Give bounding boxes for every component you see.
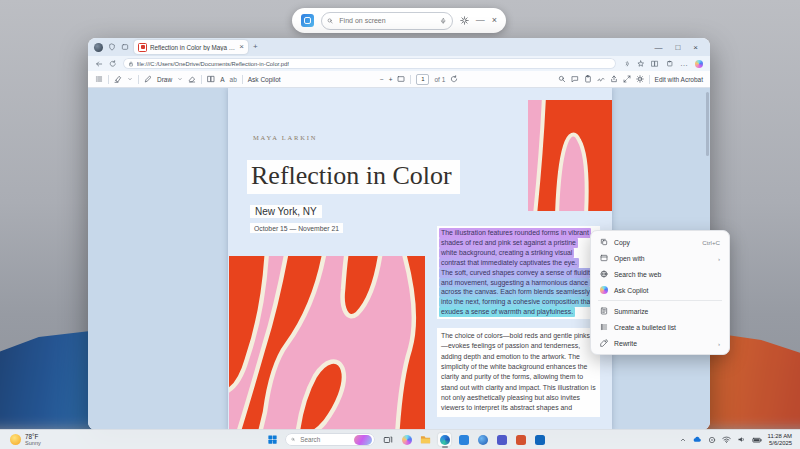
start-button[interactable]	[266, 433, 279, 446]
onedrive-cloud-icon[interactable]	[693, 435, 702, 444]
taskbar-weather-widget[interactable]: 78°F Sunny	[0, 433, 41, 446]
selected-text-line[interactable]: and movement, suggesting a harmonious da…	[439, 278, 590, 288]
taskbar-m365-button[interactable]	[476, 433, 489, 446]
read-aloud-icon[interactable]	[622, 60, 630, 68]
search-document-icon[interactable]	[558, 75, 566, 83]
submenu-chevron-icon: ›	[718, 340, 720, 347]
zoom-out-button[interactable]: −	[380, 76, 384, 83]
window-close-button[interactable]: ×	[693, 43, 698, 52]
comments-icon[interactable]	[571, 75, 579, 83]
search-highlight-image	[354, 435, 372, 445]
split-screen-icon[interactable]	[651, 60, 659, 68]
bulleted-list-icon	[600, 323, 608, 331]
selected-text-line[interactable]: contrast that immediately captivates the…	[439, 258, 579, 268]
taskbar-file-explorer-button[interactable]	[419, 433, 432, 446]
volume-icon[interactable]	[737, 435, 746, 444]
extensions-icon[interactable]	[666, 60, 674, 68]
browser-address-row: file:///C:/Users/OneDrive/Documents/Refl…	[88, 56, 710, 71]
menu-item-summarize[interactable]: Summarize	[594, 303, 726, 319]
table-of-contents-icon[interactable]	[95, 75, 103, 83]
pdf-settings-gear-icon[interactable]	[636, 75, 644, 83]
taskbar-clock[interactable]: 11:28 AM 5/6/2025	[768, 433, 792, 447]
menu-item-copy[interactable]: Copy Ctrl+C	[594, 234, 726, 250]
address-bar[interactable]: file:///C:/Users/OneDrive/Documents/Refl…	[123, 58, 617, 69]
draw-pen-icon[interactable]	[144, 75, 152, 83]
pdf-favicon	[138, 43, 147, 52]
favorites-star-icon[interactable]	[637, 60, 645, 68]
taskbar-search-box[interactable]	[285, 433, 375, 446]
tray-chevron-up-icon[interactable]	[679, 436, 687, 444]
menu-item-ask-copilot[interactable]: Ask Copilot	[594, 282, 726, 298]
chevron-down-icon[interactable]	[177, 76, 183, 82]
sun-icon	[10, 434, 21, 445]
chevron-down-icon[interactable]	[127, 76, 133, 82]
find-on-screen-input[interactable]	[337, 16, 436, 25]
capture-settings-gear-icon[interactable]	[460, 16, 469, 25]
wifi-icon[interactable]	[722, 435, 731, 444]
copilot-icon[interactable]	[695, 60, 703, 68]
eraser-icon[interactable]	[188, 75, 196, 83]
taskbar-edge-button[interactable]	[438, 433, 451, 446]
browser-tab[interactable]: Reflection in Color by Maya Larkin ×	[134, 40, 248, 54]
mic-icon[interactable]	[440, 17, 446, 25]
document-paragraph: The choice of colors—bold reds and gentl…	[437, 328, 600, 416]
selected-text-line[interactable]: white background, creating a striking vi…	[439, 248, 574, 258]
selected-text-line[interactable]: The soft, curved shapes convey a sense o…	[439, 268, 595, 278]
menu-item-rewrite[interactable]: Rewrite ›	[594, 335, 726, 351]
menu-item-create-bulleted-list[interactable]: Create a bulleted list	[594, 319, 726, 335]
selected-paragraph[interactable]: The illustration features rounded forms …	[437, 226, 600, 319]
signature-icon[interactable]	[597, 75, 605, 83]
tray-app-icon[interactable]	[708, 436, 716, 444]
back-icon[interactable]	[95, 60, 103, 68]
selected-text-line[interactable]: shades of red and pink set against a pri…	[439, 238, 578, 248]
find-on-screen-bar[interactable]: — ×	[292, 8, 506, 33]
powerpoint-icon	[516, 435, 526, 445]
expand-icon[interactable]	[623, 75, 631, 83]
menu-item-open-with[interactable]: Open with ›	[594, 250, 726, 266]
find-on-screen-field[interactable]	[321, 12, 453, 30]
selected-text-line[interactable]: across the canvas. Each form blends seam…	[439, 287, 592, 297]
read-aloud-button[interactable]: A	[220, 76, 224, 83]
taskbar-outlook-button[interactable]	[533, 433, 546, 446]
text-selection-tool[interactable]: ab	[230, 76, 237, 83]
m365-icon	[478, 435, 488, 445]
edge-icon	[440, 435, 450, 445]
browser-essentials-icon[interactable]	[108, 43, 116, 51]
capture-minimize-button[interactable]: —	[476, 16, 485, 25]
tab-actions-icon[interactable]	[121, 43, 129, 51]
taskbar-store-button[interactable]	[457, 433, 470, 446]
selected-text-line[interactable]: exudes a sense of warmth and playfulness…	[439, 307, 575, 317]
tab-close-icon[interactable]: ×	[239, 43, 244, 51]
ask-copilot-button[interactable]: Ask Copilot	[248, 76, 281, 83]
selected-text-line[interactable]: The illustration features rounded forms …	[439, 228, 591, 238]
browser-menu-icon[interactable]: …	[680, 62, 688, 65]
zoom-in-button[interactable]: +	[389, 76, 393, 83]
capture-close-button[interactable]: ×	[492, 16, 497, 25]
copy-icon	[600, 238, 608, 246]
save-share-icon[interactable]	[610, 75, 618, 83]
new-tab-button[interactable]: +	[253, 43, 258, 51]
taskbar-search-input[interactable]	[298, 435, 351, 444]
page-view-icon[interactable]	[207, 75, 215, 83]
menu-item-search-the-web[interactable]: Search the web	[594, 266, 726, 282]
rotate-icon[interactable]	[450, 75, 458, 83]
fit-to-page-icon[interactable]	[397, 75, 405, 83]
page-number-input[interactable]: 1	[416, 74, 429, 85]
clipboard-icon[interactable]	[584, 75, 592, 83]
taskbar-teams-button[interactable]	[495, 433, 508, 446]
search-icon	[291, 436, 295, 443]
window-maximize-button[interactable]: □	[675, 43, 680, 52]
window-minimize-button[interactable]: —	[654, 43, 662, 52]
refresh-icon[interactable]	[109, 60, 117, 68]
battery-icon[interactable]	[752, 435, 762, 445]
taskbar-copilot-button[interactable]	[400, 433, 413, 446]
draw-label[interactable]: Draw	[157, 76, 172, 83]
artwork-left	[229, 256, 425, 430]
edit-with-acrobat-button[interactable]: Edit with Acrobat	[655, 76, 703, 83]
taskbar-powerpoint-button[interactable]	[514, 433, 527, 446]
highlighter-icon[interactable]	[114, 75, 122, 83]
task-view-button[interactable]	[381, 433, 394, 446]
profile-avatar[interactable]	[94, 43, 103, 52]
viewer-scrollbar[interactable]	[706, 92, 709, 156]
selected-text-line[interactable]: into the next, forming a cohesive compos…	[439, 297, 594, 307]
